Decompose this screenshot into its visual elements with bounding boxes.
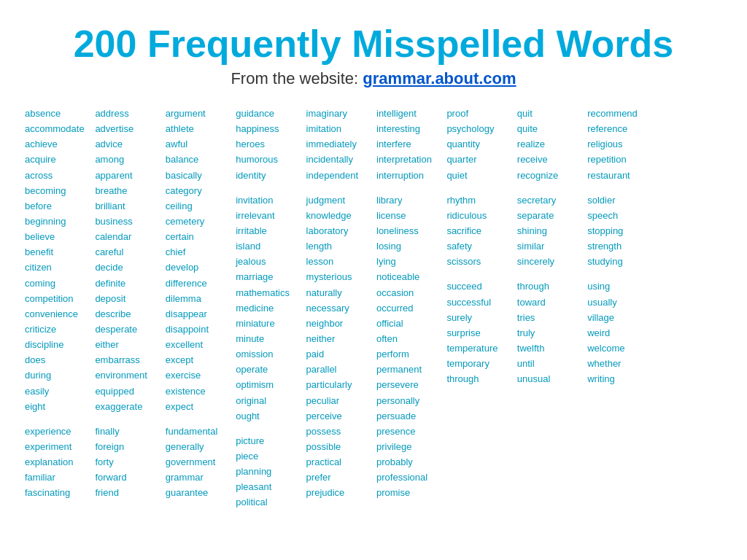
word: existence (166, 384, 230, 399)
word: citizen (25, 260, 89, 275)
word: breathe (95, 184, 159, 198)
word: prejudice (306, 486, 371, 500)
word: athlete (166, 122, 230, 136)
word: privilege (376, 440, 441, 454)
word: balance (166, 152, 230, 167)
word: imitation (306, 122, 371, 136)
column-9: recommend reference religious repetition… (584, 106, 654, 386)
word: persevere (376, 378, 441, 392)
word: cemetery (166, 214, 230, 229)
word: incidentally (306, 152, 371, 167)
word: weird (587, 326, 651, 341)
column-8: quit quite realize receive recognize sec… (514, 106, 584, 386)
word: imaginary (306, 106, 371, 121)
word: apparent (95, 168, 159, 183)
word: before (25, 199, 89, 214)
word: peculiar (306, 394, 371, 408)
word: embarrass (95, 353, 159, 368)
word: presence (376, 424, 441, 439)
word: through (517, 279, 581, 294)
word: equipped (95, 384, 159, 399)
word: usually (587, 295, 651, 310)
word: truly (517, 326, 581, 341)
word: across (25, 168, 89, 183)
word: deposit (95, 292, 159, 306)
word: library (376, 193, 441, 208)
word: foreign (95, 440, 159, 454)
word: prefer (306, 470, 371, 485)
word: successful (446, 295, 511, 310)
word: secretary (517, 193, 581, 208)
word: using (587, 279, 651, 294)
word: friend (95, 486, 159, 500)
word: sacrifice (446, 224, 511, 238)
word: does (25, 353, 89, 368)
word: irrelevant (236, 209, 300, 223)
word: lying (376, 254, 441, 269)
word: studying (587, 254, 651, 269)
word: personally (376, 394, 441, 408)
word: marriage (236, 270, 300, 284)
word: speech (587, 209, 651, 223)
word: definite (95, 276, 159, 291)
word: excellent (166, 338, 230, 352)
word: argument (166, 106, 230, 121)
word: operate (236, 362, 300, 377)
word: eight (25, 400, 89, 414)
word: ceiling (166, 199, 230, 214)
word: twelfth (517, 341, 581, 356)
word: optimism (236, 378, 300, 392)
word: stopping (587, 224, 651, 238)
word: ought (236, 409, 300, 424)
word: practical (306, 455, 371, 470)
word: recommend (587, 106, 651, 121)
word: business (95, 214, 159, 229)
word: separate (517, 209, 581, 223)
column-5: imaginary imitation immediately incident… (303, 106, 374, 501)
word: careful (95, 245, 159, 260)
word: toward (517, 295, 581, 310)
word: dilemma (166, 292, 230, 306)
word: whether (587, 357, 651, 371)
word: irritable (236, 224, 300, 238)
word: until (517, 357, 581, 371)
word: competition (25, 292, 89, 306)
word: certain (166, 230, 230, 244)
word: intelligent (376, 106, 441, 121)
word: minute (236, 332, 300, 346)
word: beginning (25, 214, 89, 229)
word: village (587, 311, 651, 325)
word: guarantee (166, 486, 230, 500)
subtitle-link[interactable]: grammar.about.com (363, 69, 516, 88)
word: naturally (306, 286, 371, 300)
word: license (376, 209, 441, 223)
word: discipline (25, 338, 89, 352)
column-6: intelligent interesting interfere interp… (374, 106, 444, 501)
word: surprise (446, 326, 511, 341)
word: independent (306, 168, 371, 183)
word: interruption (376, 168, 441, 183)
word: neither (306, 332, 371, 346)
word: benefit (25, 245, 89, 260)
word: losing (376, 239, 441, 254)
word: mysterious (306, 270, 371, 284)
word: often (376, 332, 441, 346)
word: soldier (587, 193, 651, 208)
word: island (236, 239, 300, 254)
word-grid: absence accommodate achieve acquire acro… (22, 106, 725, 510)
word: laboratory (306, 224, 371, 238)
column-4: guidance happiness heroes humorous ident… (233, 106, 303, 510)
word: writing (587, 372, 651, 386)
word: medicine (236, 301, 300, 316)
word: grammar (166, 470, 230, 485)
word: finally (95, 424, 159, 439)
word: original (236, 394, 300, 408)
word: recognize (517, 168, 581, 183)
word: surely (446, 311, 511, 325)
word: piece (236, 449, 300, 464)
column-2: address advertise advice among apparent … (92, 106, 162, 501)
word: psychology (446, 122, 511, 136)
word: miniature (236, 316, 300, 331)
word: proof (446, 106, 511, 121)
word: forty (95, 455, 159, 470)
